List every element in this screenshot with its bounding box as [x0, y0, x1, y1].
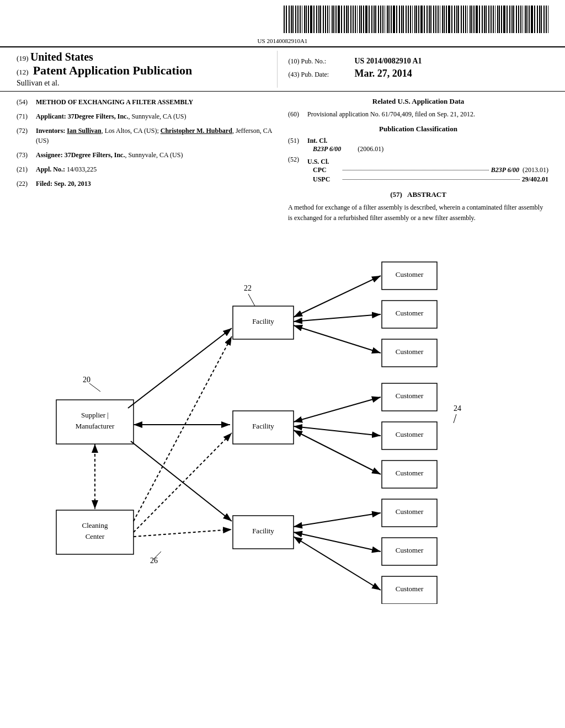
label-22: 22 [244, 284, 252, 292]
appl-no-label: Appl. No.: [36, 165, 65, 173]
f1-c1-arrow [294, 276, 381, 317]
doc-number: US 20140082910A1 [0, 38, 565, 44]
abstract-heading: (57) ABSTRACT [288, 190, 548, 199]
customer9-text: Customer [396, 585, 424, 593]
header-section: (19) United States (12) Patent Applicati… [0, 46, 565, 92]
cleaning-text1: Cleaning [82, 521, 108, 529]
diagram-area: 20 22 24 26 Supplier | Manufacturer Clea… [0, 223, 565, 609]
country-label: (19) United States [17, 51, 277, 63]
assignee-value: 37Degree Filters, Inc., Sunnyvale, CA (U… [65, 151, 183, 159]
title-section: (54) METHOD OF EXCHANGING A FILTER ASSEM… [17, 97, 277, 107]
customer3-text: Customer [396, 347, 424, 356]
int-cl-label-row: Int. Cl. [307, 137, 383, 145]
pub-no-value: US 2014/0082910 A1 [355, 57, 422, 66]
customer4-text: Customer [396, 392, 424, 400]
appl-no-content: Appl. No.: 14/033,225 [36, 164, 97, 174]
facility2-text: Facility [252, 422, 274, 430]
uspc-dots [343, 179, 520, 180]
assignee-section: (73) Assignee: 37Degree Filters, Inc., S… [17, 150, 277, 160]
supplier-facility3-arrow [131, 441, 232, 521]
pub-date-label: (43) Pub. Date: [289, 71, 355, 79]
svg-rect-0 [17, 6, 281, 33]
inventors-value: Ian Sullivan, Los Altos, CA (US); Christ… [36, 127, 272, 144]
provisional-section: (60) Provisional application No. 61/704,… [288, 109, 548, 119]
facility3-text: Facility [252, 527, 274, 535]
assignee-content: Assignee: 37Degree Filters, Inc., Sunnyv… [36, 150, 183, 160]
f2-c4-arrow [294, 397, 381, 422]
provisional-text: Provisional application No. 61/704,409, … [307, 109, 475, 119]
customer6-text: Customer [396, 469, 424, 477]
main-content: (54) METHOD OF EXCHANGING A FILTER ASSEM… [0, 92, 565, 223]
patent-type-row: (12) Patent Application Publication [17, 63, 277, 78]
abstract-text: A method for exchange of a filter assemb… [288, 202, 548, 223]
label-24: 24 [454, 404, 461, 413]
applicant-label: Applicant: [36, 113, 66, 120]
pub-date-value: Mar. 27, 2014 [355, 68, 412, 79]
inventors-num: (72) [17, 126, 36, 146]
barcode-image [17, 6, 281, 33]
int-cl-row: (51) Int. Cl. B23P 6/00 (2006.01) [288, 137, 548, 153]
header-right: (10) Pub. No.: US 2014/0082910 A1 (43) P… [277, 51, 549, 88]
patent-type: Patent Application Publication [33, 63, 192, 78]
filed-section: (22) Filed: Sep. 20, 2013 [17, 179, 277, 189]
cleaning-facility3-dashed [134, 529, 232, 537]
cleaning-facility1-dashed [134, 336, 232, 521]
assignee-label: Assignee: [36, 151, 63, 159]
int-cl-content: Int. Cl. B23P 6/00 (2006.01) [307, 137, 383, 153]
label-24-line [454, 414, 456, 423]
applicant-section: (71) Applicant: 37Degree Filters, Inc., … [17, 111, 277, 121]
assignee-num: (73) [17, 150, 36, 160]
int-cl-class: B23P 6/00 [313, 145, 341, 153]
header-left: (19) United States (12) Patent Applicati… [17, 51, 277, 88]
barcode-visual [284, 6, 548, 33]
f2-c6-arrow [294, 430, 381, 474]
left-column: (54) METHOD OF EXCHANGING A FILTER ASSEM… [17, 97, 277, 223]
supplier-facility1-arrow [128, 328, 232, 408]
abstract-label: ABSTRACT [407, 190, 446, 199]
int-cl-label: Int. Cl. [307, 137, 327, 144]
us-cl-content: U.S. Cl. CPC B23P 6/00 (2013.01) USPC 29… [307, 158, 548, 185]
int-cl-num: (51) [288, 137, 307, 153]
facility1-text: Facility [252, 317, 274, 325]
f1-c2-arrow [294, 314, 381, 322]
us-cl-num: (52) [288, 156, 307, 185]
filed-content: Filed: Sep. 20, 2013 [36, 179, 91, 189]
inventors-content: Inventors: Ian Sullivan, Los Altos, CA (… [36, 126, 277, 146]
country-name: United States [30, 51, 93, 63]
customer5-text: Customer [396, 430, 424, 438]
applicant-value: 37Degree Filters, Inc., Sunnyvale, CA (U… [68, 113, 186, 120]
inventors-label: Inventors: [36, 127, 65, 135]
f2-c5-arrow [294, 426, 381, 436]
cpc-row: CPC B23P 6/00 (2013.01) [307, 166, 548, 174]
customer2-text: Customer [396, 309, 424, 317]
header-inventors: Sullivan et al. [17, 79, 277, 88]
pub-no-row: (10) Pub. No.: US 2014/0082910 A1 [289, 57, 549, 66]
applicant-content: Applicant: 37Degree Filters, Inc., Sunny… [36, 111, 186, 121]
cpc-key: CPC [313, 166, 340, 174]
label-20: 20 [83, 376, 90, 384]
inventors-section: (72) Inventors: Ian Sullivan, Los Altos,… [17, 126, 277, 146]
pub-date-row: (43) Pub. Date: Mar. 27, 2014 [289, 68, 549, 79]
applicant-num: (71) [17, 111, 36, 121]
cpc-value: B23P 6/00 [491, 166, 519, 174]
filed-num: (22) [17, 179, 36, 189]
provisional-num: (60) [288, 109, 307, 119]
pub-info: (10) Pub. No.: US 2014/0082910 A1 (43) P… [289, 51, 549, 88]
appl-no-section: (21) Appl. No.: 14/033,225 [17, 164, 277, 174]
related-heading: Related U.S. Application Data [288, 97, 548, 106]
f1-c3-arrow [294, 325, 381, 353]
supplier-text2: Manufacturer [76, 422, 115, 430]
filed-label: Filed: [36, 180, 52, 188]
int-cl-value-row: B23P 6/00 (2006.01) [307, 145, 383, 153]
cleaning-text2: Center [86, 532, 105, 540]
appl-no-num: (21) [17, 164, 36, 174]
uspc-row: USPC 29/402.01 [307, 175, 548, 184]
label-26: 26 [150, 556, 158, 565]
customer7-text: Customer [396, 507, 424, 516]
customer8-text: Customer [396, 546, 424, 554]
title-num: (54) [17, 97, 36, 107]
f3-c7-arrow [294, 513, 381, 527]
cpc-dots [343, 170, 489, 170]
f3-c9-arrow [294, 537, 381, 590]
customer1-text: Customer [396, 270, 424, 279]
